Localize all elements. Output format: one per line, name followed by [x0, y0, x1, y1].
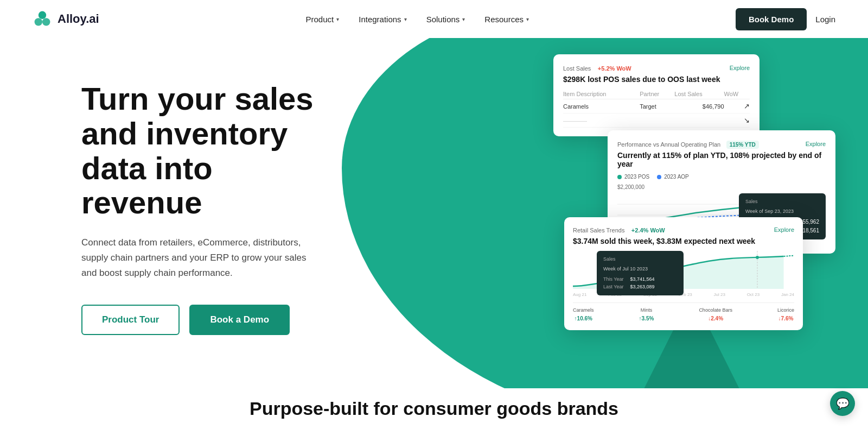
- card-header: Retail Sales Trends +2.4% WoW Explore: [573, 225, 794, 235]
- legend-aop: 2023 AOP: [657, 174, 689, 180]
- chat-icon: 💬: [836, 397, 850, 410]
- card-title: Currently at 115% of plan YTD, 108% proj…: [617, 151, 826, 168]
- hero-subtext: Connect data from retailers, eCommerce, …: [81, 235, 315, 281]
- bottom-section: Purpose-built for consumer goods brands: [0, 388, 868, 429]
- tooltip-title: Sales: [745, 198, 819, 205]
- product-tour-button[interactable]: Product Tour: [81, 305, 180, 335]
- card-header: Lost Sales +5.2% WoW Explore: [563, 63, 750, 73]
- legend-dot-aop: [657, 175, 661, 179]
- tooltip-title: Sales: [603, 255, 677, 263]
- ytd-badge: 115% YTD: [726, 141, 759, 149]
- nav-right: Book Demo Login: [736, 8, 835, 30]
- hero-dashboard-area: Lost Sales +5.2% WoW Explore $298K lost …: [336, 38, 868, 429]
- nav-book-demo-button[interactable]: Book Demo: [736, 8, 807, 30]
- tooltip-week: Week of Sep 23, 2023: [745, 207, 819, 215]
- lost-sales-value: $46,790: [674, 99, 724, 113]
- driver-caramels: Caramels ↑10.6%: [573, 307, 594, 323]
- tooltip-week: Week of Jul 10 2023: [603, 265, 677, 273]
- sales-chart-tooltip: Sales Week of Jul 10 2023 This Year $3,7…: [597, 251, 684, 295]
- chart-legend: 2023 POS 2023 AOP: [617, 174, 826, 180]
- col-lost-sales: Lost Sales: [674, 89, 724, 99]
- svg-point-2: [39, 11, 46, 19]
- card-header: Performance vs Annual Operating Plan 115…: [617, 139, 826, 149]
- chat-bubble-button[interactable]: 💬: [830, 391, 855, 416]
- bottom-headline: Purpose-built for consumer goods brands: [0, 398, 868, 419]
- logo-text: Alloy.ai: [58, 12, 99, 26]
- nav-login-button[interactable]: Login: [815, 15, 835, 24]
- chevron-down-icon: ▾: [526, 16, 529, 22]
- legend-pos: 2023 POS: [617, 174, 649, 180]
- logo[interactable]: Alloy.ai: [33, 9, 99, 29]
- hero-headline: Turn your sales and inventory data into …: [81, 81, 336, 220]
- nav-links: Product ▾ Integrations ▾ Solutions ▾ Res…: [306, 15, 529, 24]
- col-wow: WoW: [724, 89, 750, 99]
- chevron-down-icon: ▾: [336, 16, 339, 22]
- navigation: Alloy.ai Product ▾ Integrations ▾ Soluti…: [0, 0, 868, 38]
- card-label: Performance vs Annual Operating Plan: [617, 141, 720, 148]
- wow-arrow: ↘: [724, 113, 750, 128]
- chevron-down-icon: ▾: [404, 16, 407, 22]
- driver-mints: Mints ↑3.5%: [639, 307, 654, 323]
- card-explore-link[interactable]: Explore: [730, 65, 750, 71]
- card-badge: +5.2% WoW: [598, 65, 631, 72]
- sales-trend-card: Retail Sales Trends +2.4% WoW Explore $3…: [564, 217, 803, 330]
- nav-integrations[interactable]: Integrations ▾: [359, 15, 406, 24]
- hero-section: Turn your sales and inventory data into …: [0, 38, 868, 429]
- svg-point-0: [35, 18, 42, 26]
- card-explore-link[interactable]: Explore: [806, 141, 826, 147]
- card-explore-link[interactable]: Explore: [774, 226, 794, 233]
- svg-point-1: [42, 18, 50, 26]
- partner-name: Target: [640, 99, 674, 113]
- lost-sales-value: [674, 113, 724, 128]
- hero-left-content: Turn your sales and inventory data into …: [0, 38, 336, 335]
- nav-resources[interactable]: Resources ▾: [484, 15, 529, 24]
- driver-chocolate: Chocolate Bars ↓2.4%: [699, 307, 732, 323]
- nav-product[interactable]: Product ▾: [306, 15, 340, 24]
- alloy-logo-icon: [33, 9, 52, 29]
- sales-trend-chart-container: Sales Week of Jul 10 2023 This Year $3,7…: [573, 251, 794, 291]
- card-title: $298K lost POS sales due to OOS last wee…: [563, 75, 750, 84]
- card-title: $3.74M sold this week, $3.83M expected n…: [573, 237, 794, 245]
- col-item: Item Description: [563, 89, 640, 99]
- nav-solutions[interactable]: Solutions ▾: [426, 15, 465, 24]
- item-name: ————: [563, 113, 640, 128]
- card-label: Lost Sales: [563, 65, 591, 72]
- col-partner: Partner: [640, 89, 674, 99]
- hero-buttons: Product Tour Book a Demo: [81, 305, 336, 335]
- chevron-down-icon: ▾: [462, 16, 465, 22]
- lost-sales-table: Item Description Partner Lost Sales WoW …: [563, 89, 750, 128]
- wow-arrow: ↗: [724, 99, 750, 113]
- driver-licorice: Licorice ↓7.6%: [777, 307, 794, 323]
- table-row: Caramels Target $46,790 ↗: [563, 99, 750, 113]
- chart-y-labels: $2,200,000: [617, 184, 826, 190]
- book-demo-hero-button[interactable]: Book a Demo: [189, 305, 290, 335]
- drivers-section: Caramels ↑10.6% Mints ↑3.5% Chocolate Ba…: [573, 302, 794, 323]
- lost-sales-card: Lost Sales +5.2% WoW Explore $298K lost …: [553, 54, 760, 136]
- svg-point-10: [756, 256, 759, 259]
- partner-name: [640, 113, 674, 128]
- card-badge: +2.4% WoW: [631, 227, 665, 234]
- legend-dot-pos: [617, 175, 622, 179]
- card-label: Retail Sales Trends: [573, 227, 624, 234]
- item-name: Caramels: [563, 99, 640, 113]
- table-row: ———— ↘: [563, 113, 750, 128]
